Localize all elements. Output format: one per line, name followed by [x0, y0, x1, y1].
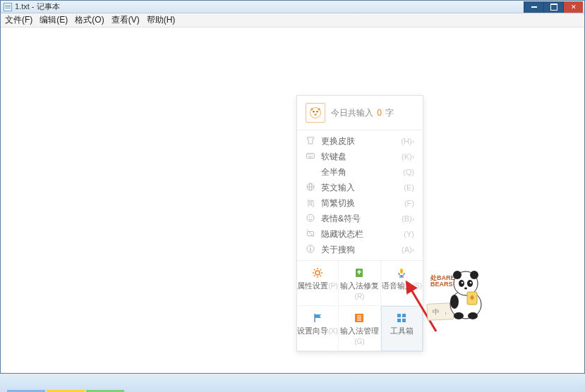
ime-grid-label: 属性设置 [297, 281, 328, 290]
ime-item-shortcut: (E) [404, 183, 414, 192]
mic-icon [381, 267, 423, 279]
ime-item-simp[interactable]: 简简繁切换(F) [297, 195, 423, 211]
ime-item-label: 表情&符号 [321, 213, 400, 225]
svg-rect-42 [402, 314, 406, 317]
ime-header: 今日共输入 0 字 [297, 96, 423, 130]
ime-item-label: 软键盘 [321, 151, 400, 163]
menu-help[interactable]: 帮助(H) [147, 14, 176, 26]
ime-grid-mic[interactable]: 语音输入(S) [381, 261, 423, 306]
shirt-icon [306, 136, 315, 147]
ime-item-shortcut: (K) [402, 152, 412, 161]
svg-point-16 [308, 216, 309, 217]
svg-line-28 [314, 269, 315, 271]
window-title: 1.txt - 记事本 [15, 1, 60, 12]
ime-item-label: 英文输入 [321, 182, 402, 194]
svg-point-3 [314, 114, 317, 116]
text-editor-area[interactable] [1, 27, 584, 373]
ime-item-label: 全半角 [321, 166, 402, 178]
ime-item-shortcut: (Q) [403, 168, 414, 176]
menu-file[interactable]: 文件(F) [5, 14, 32, 26]
svg-rect-22 [310, 248, 310, 251]
ime-grid-flag[interactable]: 设置向导(X) [297, 306, 339, 351]
svg-rect-8 [309, 154, 310, 155]
info-icon [306, 245, 315, 255]
svg-rect-43 [397, 319, 401, 322]
svg-rect-6 [307, 154, 315, 159]
svg-point-1 [313, 111, 314, 112]
ime-grid-shortcut: (X) [328, 327, 337, 335]
grid-icon [381, 312, 423, 324]
ime-grid-grid[interactable]: 工具箱 [381, 306, 423, 351]
svg-point-15 [307, 214, 314, 221]
ime-item-label: 更换皮肤 [321, 135, 399, 147]
repair-icon [339, 267, 380, 279]
ime-grid-label: 语音输入 [382, 281, 413, 290]
svg-point-21 [310, 246, 311, 247]
document-icon [4, 3, 12, 11]
ime-item-keyboard[interactable]: 软键盘(K)› [297, 149, 423, 164]
ime-grid-repair[interactable]: 输入法修复(R) [339, 261, 380, 306]
menu-format[interactable]: 格式(O) [75, 14, 104, 26]
chevron-right-icon: › [412, 153, 414, 161]
ime-grid-label: 输入法管理 [340, 326, 379, 335]
ime-item-info[interactable]: 关于搜狗(A)› [297, 242, 423, 257]
minimize-button[interactable] [524, 1, 543, 13]
globe-icon [306, 183, 315, 193]
chevron-right-icon: › [412, 215, 414, 223]
ime-grid-gear[interactable]: 属性设置(P) [297, 261, 339, 306]
notepad-window: 1.txt - 记事本 文件(F) 编辑(E) 格式(O) 查看(V) 帮助(H… [0, 0, 585, 374]
smile-icon [306, 214, 315, 224]
close-button[interactable] [563, 1, 583, 13]
ime-item-hide[interactable]: 隐藏状态栏(Y) [297, 226, 423, 242]
svg-rect-33 [400, 269, 403, 274]
flag-icon [297, 312, 338, 324]
menu-view[interactable]: 查看(V) [111, 14, 140, 26]
ime-language-badge: 中 , [426, 302, 454, 321]
ime-item-label: 关于搜狗 [321, 244, 400, 256]
ime-grid-shortcut: (P) [328, 282, 337, 290]
menu-edit[interactable]: 编辑(E) [40, 14, 68, 26]
ime-context-menu: 今日共输入 0 字 更换皮肤(H)›软键盘(K)›全半角(Q)英文输入(E)简简… [296, 95, 423, 352]
gear-icon [297, 267, 338, 279]
svg-rect-10 [312, 154, 313, 155]
svg-point-17 [311, 216, 312, 217]
svg-line-29 [320, 276, 322, 277]
ime-item-shortcut: (F) [404, 199, 414, 207]
svg-point-2 [316, 111, 318, 112]
titlebar: 1.txt - 记事本 [1, 1, 584, 13]
ime-menu-list: 更换皮肤(H)›软键盘(K)›全半角(Q)英文输入(E)简简繁切换(F)表情&符… [297, 130, 423, 260]
ime-action-grid: 属性设置(P)输入法修复(R)语音输入(S)设置向导(X)输入法管理(G)工具箱 [297, 260, 423, 351]
ime-item-shortcut: (B) [402, 214, 412, 223]
svg-point-4 [310, 108, 313, 110]
ime-item-label: 简繁切换 [321, 197, 403, 209]
ime-item-shirt[interactable]: 更换皮肤(H)› [297, 133, 423, 149]
svg-rect-44 [402, 319, 406, 322]
list-icon [339, 312, 380, 324]
svg-rect-9 [310, 154, 311, 155]
svg-rect-41 [397, 314, 401, 317]
maximize-button[interactable] [543, 1, 563, 13]
ime-grid-shortcut: (S) [413, 282, 422, 290]
ime-grid-list[interactable]: 输入法管理(G) [339, 306, 380, 351]
ime-item-shortcut: (Y) [404, 230, 414, 238]
ime-header-text: 今日共输入 0 字 [331, 107, 394, 119]
ime-avatar-icon [306, 103, 325, 123]
ime-item-globe[interactable]: 英文输入(E) [297, 180, 423, 195]
ime-grid-label: 设置向导 [297, 326, 328, 335]
moon-icon [306, 167, 315, 178]
menubar: 文件(F) 编辑(E) 格式(O) 查看(V) 帮助(H) [1, 13, 584, 27]
simp-icon: 简 [306, 198, 315, 209]
ime-item-shortcut: (H) [401, 137, 411, 145]
ime-item-shortcut: (A) [402, 245, 412, 254]
ime-grid-label: 输入法修复 [340, 281, 379, 290]
ime-item-moon[interactable]: 全半角(Q) [297, 164, 423, 180]
ime-grid-label: 工具箱 [390, 326, 414, 335]
chevron-right-icon: › [412, 137, 414, 145]
chevron-right-icon: › [412, 246, 414, 254]
ime-item-smile[interactable]: 表情&符号(B)› [297, 211, 423, 226]
mascot-logo-text: 处BARE BEARS [430, 275, 455, 288]
hide-icon [306, 229, 315, 240]
svg-point-23 [315, 271, 320, 275]
window-controls [524, 1, 583, 13]
ime-grid-shortcut: (G) [354, 338, 364, 345]
